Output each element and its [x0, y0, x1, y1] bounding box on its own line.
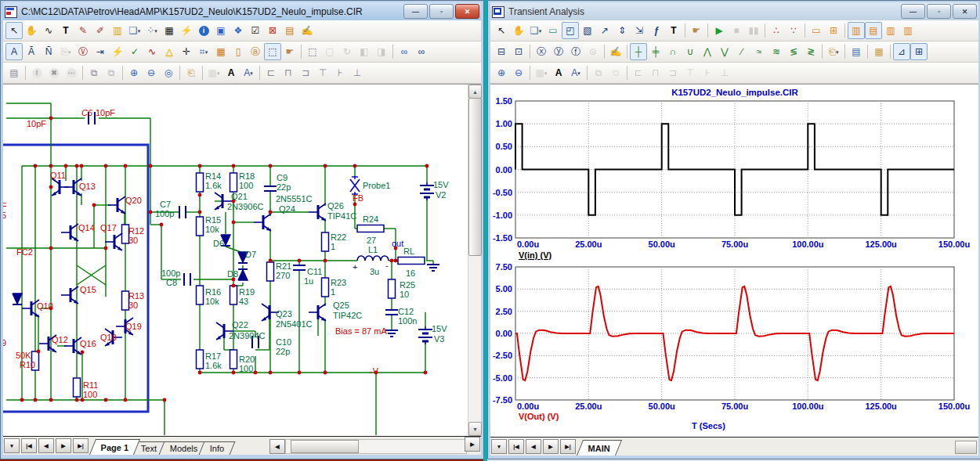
send-back-icon[interactable]: ⧉ [103, 64, 120, 81]
zoom-out-icon[interactable]: ⊖ [510, 64, 527, 81]
show-currents[interactable]: ⇥ [92, 43, 109, 60]
schematic-label[interactable]: 10k [205, 297, 219, 306]
schematic-label[interactable]: 30 [128, 301, 138, 310]
schematic-label[interactable]: V2 [436, 190, 446, 200]
first-tab-button[interactable]: |◀ [21, 438, 37, 453]
schematic-label[interactable]: Q21 [231, 192, 248, 201]
hscroll-left-button[interactable]: ◀ [269, 439, 285, 454]
add-plot-icon[interactable]: ⊡ [510, 43, 527, 60]
schematic-label[interactable]: Q11 [50, 171, 66, 180]
schematic-label[interactable]: Q23 [276, 309, 292, 319]
schematic-label[interactable]: R19 [239, 287, 255, 297]
schematic-label[interactable]: - [385, 261, 389, 270]
show-probe-values[interactable]: ∿ [143, 43, 161, 60]
tab-menu-button[interactable]: ▾ [4, 438, 20, 453]
cursor-mode-icon[interactable]: ┼ [630, 43, 647, 60]
schematic-vertical-scrollbar[interactable]: ▲ ▼ [468, 85, 481, 436]
tab-main[interactable]: MAIN [577, 440, 622, 456]
font-icon[interactable]: A [550, 64, 567, 81]
rotate-icon[interactable]: ↻ [338, 43, 356, 60]
node-tool[interactable]: ⁘▾ [143, 22, 161, 39]
schematic-label[interactable]: Q24 [279, 204, 295, 214]
delete-plot-icon[interactable]: ⊟ [493, 43, 510, 60]
show-pin-markers[interactable]: ⎘▾ [57, 43, 74, 60]
crosshair-cursor[interactable]: ✛ [178, 43, 195, 60]
zoom-in-icon[interactable]: ⊕ [493, 64, 510, 81]
component-menu[interactable]: ❑▾ [527, 22, 544, 39]
more-info-icon[interactable]: ⋯ [63, 64, 80, 81]
probe-icon[interactable]: ⚡ [178, 22, 195, 39]
align-middle-icon[interactable]: ⊦ [699, 64, 716, 81]
schematic-label[interactable]: 1.6k [205, 181, 222, 190]
warning-triangle-icon[interactable]: △ [161, 43, 178, 60]
point-tag-icon[interactable]: ⇲ [631, 22, 648, 39]
schematic-label[interactable]: 16 [406, 268, 415, 278]
plus-box-icon[interactable]: ⊞ [825, 22, 842, 39]
schematic-label[interactable]: R16 [205, 287, 221, 297]
sheet-doc-icon[interactable]: ▯ [230, 43, 247, 60]
schematic-label[interactable]: 1u [304, 276, 313, 286]
scroll-down-button[interactable]: ▼ [468, 422, 482, 436]
schematic-label[interactable]: + [353, 262, 357, 272]
schematic-label[interactable]: 100n [398, 316, 417, 326]
error-info-icon[interactable]: ! [28, 64, 45, 81]
align-top-icon[interactable]: ⊤ [314, 64, 331, 81]
diagonal-wire-tool[interactable]: ✐ [92, 22, 109, 39]
zoom-fx-icon[interactable]: ⓕ [567, 43, 584, 60]
schematic-label[interactable]: 1 [331, 287, 335, 297]
schematic-label[interactable]: 1.6k [205, 361, 222, 370]
schematic-label[interactable]: V3 [434, 334, 444, 344]
run-button[interactable]: ▶ [711, 22, 728, 39]
align-center-icon[interactable]: ⊓ [647, 64, 664, 81]
schematic-label[interactable]: Q12 [52, 335, 68, 344]
schematic-label[interactable]: R17 [205, 351, 221, 361]
find-component-icon[interactable]: ❖ [230, 22, 247, 39]
peak-icon[interactable]: ∩ [664, 43, 682, 60]
schematic-label[interactable]: R25 [400, 280, 415, 290]
schematic-label[interactable]: 10pF [27, 119, 46, 128]
cursor-next-icon[interactable]: ╪ [647, 43, 664, 60]
schematic-label[interactable]: RL [403, 247, 414, 256]
select-tool[interactable]: ↖ [5, 22, 23, 39]
font-color-icon[interactable]: A▾ [567, 64, 584, 81]
prev-tab-button[interactable]: ◀ [38, 438, 54, 453]
schematic-label[interactable]: Q15 [80, 285, 96, 294]
plot-layout-1-icon[interactable]: ▥ [848, 22, 865, 39]
zoom-out-icon[interactable]: ⊖ [143, 64, 160, 81]
close-button[interactable]: ✕ [953, 4, 977, 19]
analysis-titlebar[interactable]: Transient Analysis — ▫ ✕ [490, 2, 978, 20]
plot-layout-3-icon[interactable]: ▥ [882, 22, 899, 39]
schematic-label[interactable]: Q17 [100, 223, 117, 232]
schematic-label[interactable]: Q16 [80, 339, 96, 348]
schematic-label[interactable]: 100p [155, 209, 174, 218]
ruler-box-icon[interactable]: ▭ [808, 22, 825, 39]
sheet-small-icon[interactable]: ⓐ [247, 43, 264, 60]
hscroll-thumb[interactable] [291, 440, 359, 453]
schematic-label[interactable]: L1 [368, 245, 378, 254]
component-menu[interactable]: ❑▾ [126, 22, 143, 39]
schematic-label[interactable]: Q13 [79, 182, 96, 191]
schematic-label[interactable]: R21 [276, 261, 291, 271]
schematic-label[interactable]: 10k [205, 225, 219, 234]
plot-canvas[interactable]: 1.501.000.500.00-0.50-1.00-1.500.00u25.0… [490, 84, 978, 437]
line-tool[interactable]: ✎ [74, 22, 92, 39]
enable-checkbox-icon[interactable]: ☑ [247, 22, 264, 39]
schematic-label[interactable]: Q10 [37, 301, 53, 311]
tab-info[interactable]: Info [199, 441, 236, 455]
waveform-list-icon[interactable]: ▤ [848, 43, 865, 60]
schematic-label[interactable]: TIP42C [333, 311, 362, 320]
align-left-icon[interactable]: ⊏ [630, 64, 647, 81]
schematic-label[interactable]: 50K [16, 351, 31, 360]
schematic-label[interactable]: Q18 [100, 333, 117, 342]
scale-zoom-mode[interactable]: ◰ [562, 22, 579, 39]
select-tool[interactable]: ↖ [493, 22, 510, 39]
show-axes-icon[interactable]: ⊿ [893, 43, 910, 60]
schematic-label[interactable]: C9 [277, 173, 287, 182]
schematic-label[interactable]: D6 [213, 239, 224, 248]
schematic-label[interactable]: R11 [83, 380, 98, 390]
schematic-label[interactable]: 2N5401C [276, 319, 313, 329]
schematic-label[interactable]: 100 [239, 364, 253, 373]
next-tab-button[interactable]: ▶ [56, 438, 71, 453]
edit-limits-icon[interactable]: ✍ [607, 43, 624, 60]
align-right-icon[interactable]: ⊐ [664, 64, 682, 81]
